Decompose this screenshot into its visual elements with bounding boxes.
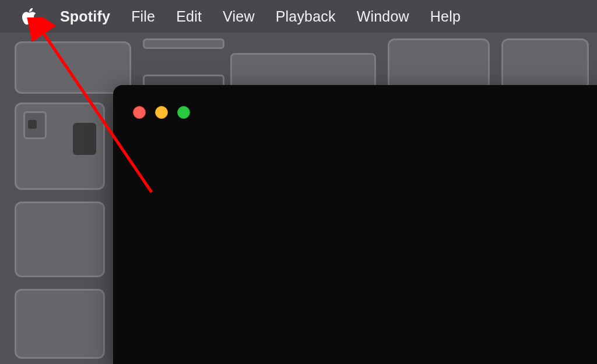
- wallpaper-element: [73, 123, 96, 155]
- menu-playback[interactable]: Playback: [265, 8, 346, 25]
- menu-window[interactable]: Window: [346, 8, 420, 25]
- wallpaper-element: [501, 38, 589, 91]
- wallpaper-element: [15, 289, 105, 359]
- menu-help[interactable]: Help: [420, 8, 471, 25]
- menu-file[interactable]: File: [121, 8, 166, 25]
- wallpaper-element: [15, 41, 131, 94]
- window-maximize-button[interactable]: [177, 106, 190, 119]
- wallpaper-element: [28, 120, 37, 129]
- window-minimize-button[interactable]: [155, 106, 168, 119]
- window-close-button[interactable]: [133, 106, 146, 119]
- menu-view[interactable]: View: [212, 8, 265, 25]
- apple-menu[interactable]: [20, 6, 50, 26]
- window-controls: [133, 106, 190, 119]
- spotify-app-window: [113, 85, 597, 364]
- macos-menubar: Spotify File Edit View Playback Window H…: [0, 0, 597, 33]
- apple-logo-icon: [20, 6, 38, 26]
- wallpaper-element: [15, 202, 105, 277]
- wallpaper-element: [388, 38, 490, 91]
- menu-edit[interactable]: Edit: [166, 8, 212, 25]
- menu-app-name[interactable]: Spotify: [50, 8, 121, 25]
- wallpaper-element: [143, 38, 224, 49]
